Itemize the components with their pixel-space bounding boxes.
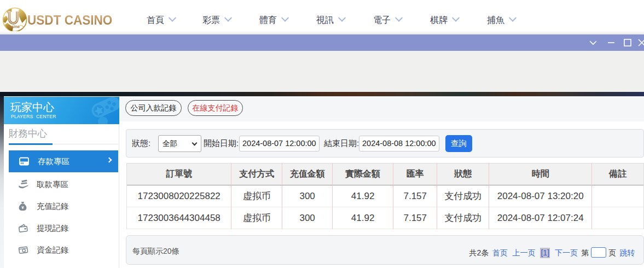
svg-text:¥: ¥ bbox=[21, 205, 24, 210]
svg-text:Casino: Casino bbox=[7, 25, 20, 28]
